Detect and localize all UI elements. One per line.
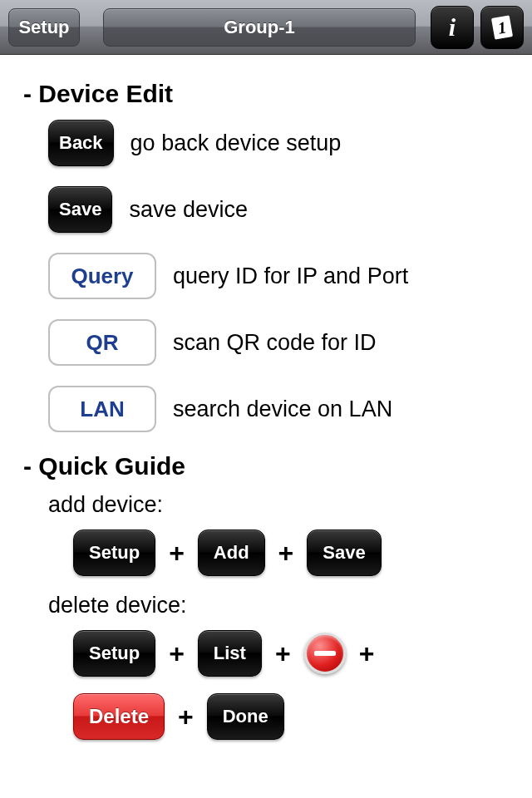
query-button[interactable]: Query bbox=[48, 253, 156, 299]
remove-icon[interactable] bbox=[304, 633, 346, 674]
save-description: save device bbox=[129, 197, 248, 223]
step-delete-button[interactable]: Delete bbox=[73, 693, 165, 740]
row-back: Back go back device setup bbox=[48, 120, 509, 166]
svg-text:i: i bbox=[449, 13, 456, 41]
step-setup-button[interactable]: Setup bbox=[73, 630, 155, 677]
back-description: go back device setup bbox=[131, 131, 342, 156]
plus-icon: + bbox=[169, 538, 185, 569]
group-title-button[interactable]: Group-1 bbox=[103, 8, 416, 47]
info-button[interactable]: i bbox=[431, 6, 474, 49]
plus-icon: + bbox=[275, 638, 291, 669]
step-add-button[interactable]: Add bbox=[198, 530, 265, 576]
plus-icon: + bbox=[178, 702, 194, 732]
add-device-steps: Setup + Add + Save bbox=[73, 530, 509, 576]
delete-device-steps-2: Delete + Done bbox=[73, 693, 509, 740]
plus-icon: + bbox=[169, 638, 185, 669]
qr-description: scan QR code for ID bbox=[173, 330, 377, 356]
save-button[interactable]: Save bbox=[48, 186, 112, 233]
step-setup-button[interactable]: Setup bbox=[73, 530, 155, 576]
step-save-button[interactable]: Save bbox=[307, 530, 381, 576]
qr-button[interactable]: QR bbox=[48, 319, 156, 366]
row-save: Save save device bbox=[48, 186, 509, 233]
back-button[interactable]: Back bbox=[48, 120, 114, 166]
page-icon: 1 bbox=[487, 12, 517, 42]
toolbar: Setup Group-1 i 1 bbox=[0, 0, 532, 55]
device-edit-heading: - Device Edit bbox=[23, 80, 509, 108]
plus-icon: + bbox=[359, 638, 375, 669]
page-button[interactable]: 1 bbox=[480, 6, 524, 49]
row-query: Query query ID for IP and Port bbox=[48, 253, 509, 299]
lan-description: search device on LAN bbox=[173, 397, 392, 422]
lan-button[interactable]: LAN bbox=[48, 386, 156, 432]
plus-icon: + bbox=[278, 538, 294, 569]
query-description: query ID for IP and Port bbox=[173, 264, 408, 289]
delete-device-label: delete device: bbox=[48, 593, 509, 618]
content: - Device Edit Back go back device setup … bbox=[0, 55, 532, 771]
row-lan: LAN search device on LAN bbox=[48, 386, 509, 432]
info-icon: i bbox=[437, 12, 467, 42]
delete-device-steps-1: Setup + List + + bbox=[73, 630, 509, 677]
quick-guide-heading: - Quick Guide bbox=[23, 452, 509, 480]
add-device-label: add device: bbox=[48, 492, 509, 518]
setup-button[interactable]: Setup bbox=[8, 8, 80, 47]
step-list-button[interactable]: List bbox=[198, 630, 262, 677]
row-qr: QR scan QR code for ID bbox=[48, 319, 509, 366]
step-done-button[interactable]: Done bbox=[207, 693, 284, 740]
